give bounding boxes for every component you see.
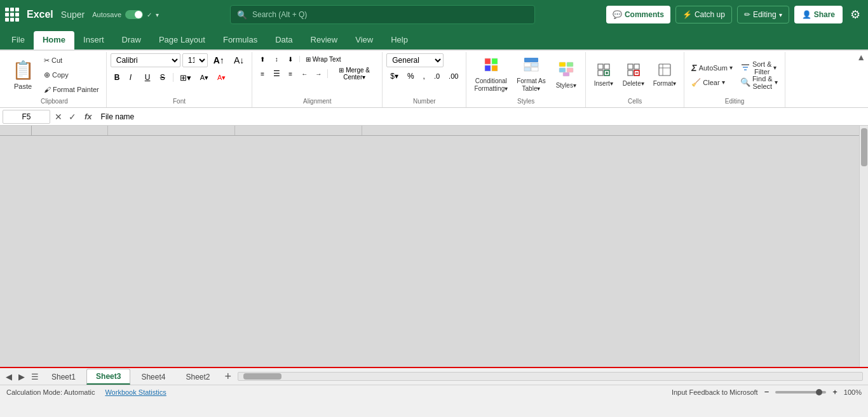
sheet-tab-sheet1[interactable]: Sheet1	[42, 369, 85, 384]
tab-data[interactable]: Data	[266, 31, 301, 50]
tab-help[interactable]: Help	[382, 31, 417, 50]
copy-icon: ⊕	[44, 70, 50, 79]
wrap-text-button[interactable]: ⊞ Wrap Text	[302, 53, 344, 65]
formula-input[interactable]	[98, 112, 865, 121]
styles-icon	[559, 62, 574, 80]
bold-button[interactable]: B	[111, 70, 125, 84]
format-cells-button[interactable]: Format▾	[649, 53, 681, 96]
align-top-button[interactable]: ⬆	[256, 53, 269, 65]
editing-button[interactable]: ✏ Editing ▾	[737, 6, 789, 23]
sheet-tab-sheet2[interactable]: Sheet2	[176, 369, 219, 384]
increase-indent-button[interactable]: →	[312, 68, 325, 79]
scrollbar-thumb[interactable]	[861, 128, 867, 166]
format-as-table-button[interactable]: Format AsTable▾	[513, 53, 550, 96]
tab-insert[interactable]: Insert	[74, 31, 113, 50]
clear-button[interactable]: 🧹 Clear ▾	[688, 76, 736, 89]
clipboard-group: 📋 Paste ✂ Cut ⊕ Copy 🖌 Format Painter	[3, 52, 107, 107]
horizontal-scrollbar[interactable]	[238, 372, 863, 381]
tab-page-layout[interactable]: Page Layout	[150, 31, 214, 50]
align-bottom-button[interactable]: ⬇	[284, 53, 297, 65]
delete-icon	[627, 63, 641, 78]
font-size-select[interactable]: 11 8910 121416	[182, 53, 208, 67]
comments-button[interactable]: 💬 Comments	[606, 6, 670, 23]
alignment-group: ⬆ ↕ ⬇ ⊞ Wrap Text ≡ ☰ ≡ ← → ⊞ Merge & Ce…	[252, 52, 383, 107]
waffle-icon[interactable]	[5, 8, 19, 22]
ribbon: 📋 Paste ✂ Cut ⊕ Copy 🖌 Format Painter	[0, 51, 868, 108]
status-bar: Calculation Mode: Automatic Workbook Sta…	[0, 385, 868, 399]
workbook-stats[interactable]: Workbook Statistics	[105, 388, 166, 396]
decrease-decimal-button[interactable]: .0	[430, 69, 444, 83]
font-family-select[interactable]: Calibri Arial Times New Roman	[111, 53, 180, 67]
vertical-scrollbar[interactable]	[859, 126, 868, 367]
sheet-tab-sheet3[interactable]: Sheet3	[86, 369, 130, 385]
ribbon-collapse-button[interactable]: ▲	[857, 52, 865, 62]
formula-confirm-button[interactable]: ✓	[67, 112, 78, 122]
formula-cancel-button[interactable]: ✕	[53, 112, 64, 122]
share-button[interactable]: 👤 Share	[794, 6, 843, 23]
tab-view[interactable]: View	[346, 31, 382, 50]
format-painter-icon: 🖌	[44, 86, 51, 93]
feedback-label[interactable]: Input Feedback to Microsoft	[672, 388, 758, 396]
format-painter-button[interactable]: 🖌 Format Painter	[41, 83, 102, 96]
decrease-indent-button[interactable]: ←	[298, 68, 311, 79]
underline-button[interactable]: U	[141, 70, 155, 84]
zoom-out-button[interactable]: −	[763, 387, 771, 397]
cell-reference-box[interactable]	[3, 110, 50, 124]
copy-button[interactable]: ⊕ Copy	[41, 68, 102, 82]
tab-review[interactable]: Review	[302, 31, 347, 50]
paste-button[interactable]: 📋 Paste	[6, 53, 39, 96]
scroll-tabs-left-button[interactable]: ◀	[3, 371, 15, 383]
increase-font-button[interactable]: A↑	[210, 53, 228, 67]
insert-icon	[597, 63, 611, 78]
font-color-button[interactable]: A▾	[214, 70, 229, 84]
italic-button[interactable]: I	[126, 70, 140, 84]
accounting-format-button[interactable]: $▾	[386, 69, 402, 83]
cell-styles-button[interactable]: Styles▾	[551, 53, 581, 96]
find-select-button[interactable]: 🔍 Find &Select ▾	[737, 76, 781, 89]
zoom-in-button[interactable]: +	[831, 387, 839, 397]
zoom-slider[interactable]	[775, 391, 826, 394]
strikethrough-button[interactable]: S	[156, 70, 170, 84]
h-scrollbar-thumb[interactable]	[243, 373, 281, 380]
tab-home[interactable]: Home	[34, 31, 74, 50]
catchup-button[interactable]: ⚡ Catch up	[675, 6, 732, 23]
insert-cells-button[interactable]: Insert▾	[590, 53, 618, 96]
add-sheet-button[interactable]: +	[221, 371, 236, 382]
tab-draw[interactable]: Draw	[113, 31, 150, 50]
zoom-level: 100%	[844, 388, 862, 396]
align-center-button[interactable]: ☰	[270, 68, 283, 79]
editing-label: Editing	[688, 98, 780, 106]
percent-button[interactable]: %	[403, 69, 418, 83]
comma-button[interactable]: ,	[419, 69, 429, 83]
cells-area[interactable]	[0, 136, 859, 367]
borders-button[interactable]: ⊞▾	[176, 70, 195, 84]
align-right-button[interactable]: ≡	[284, 68, 297, 79]
spreadsheet-canvas[interactable]	[0, 126, 859, 367]
cut-button[interactable]: ✂ Cut	[41, 53, 102, 67]
number-format-select[interactable]: General Number Currency Accounting Date …	[386, 53, 444, 67]
fill-color-button[interactable]: A▾	[196, 70, 212, 84]
merge-center-button[interactable]: ⊞ Merge & Center▾	[330, 67, 378, 81]
search-box[interactable]: 🔍 Search (Alt + Q)	[230, 5, 535, 24]
sheet-tab-sheet4[interactable]: Sheet4	[132, 369, 175, 384]
search-placeholder: Search (Alt + Q)	[252, 10, 307, 19]
autosave-toggle[interactable]: Autosave ✓ ▾	[92, 10, 159, 19]
align-left-button[interactable]: ≡	[256, 68, 269, 79]
delete-cells-button[interactable]: Delete▾	[619, 53, 648, 96]
align-middle-button[interactable]: ↕	[270, 53, 283, 65]
increase-decimal-button[interactable]: .00	[445, 69, 462, 83]
autosum-button[interactable]: Σ AutoSum ▾	[688, 61, 736, 75]
svg-rect-11	[559, 68, 566, 72]
decrease-font-button[interactable]: A↓	[230, 53, 248, 67]
alignment-label: Alignment	[256, 98, 378, 106]
scroll-tabs-right-button[interactable]: ▶	[15, 371, 28, 383]
tab-formulas[interactable]: Formulas	[214, 31, 266, 50]
svg-rect-25	[659, 64, 670, 76]
tab-file[interactable]: File	[3, 31, 34, 50]
format-table-icon	[524, 57, 539, 76]
edit-icon: ✏	[744, 10, 750, 19]
conditional-formatting-button[interactable]: ConditionalFormatting▾	[470, 53, 512, 96]
settings-button[interactable]: ⚙	[848, 5, 863, 24]
sheet-menu-button[interactable]: ☰	[28, 371, 42, 383]
sort-filter-button[interactable]: Sort &Filter ▾	[737, 61, 781, 75]
